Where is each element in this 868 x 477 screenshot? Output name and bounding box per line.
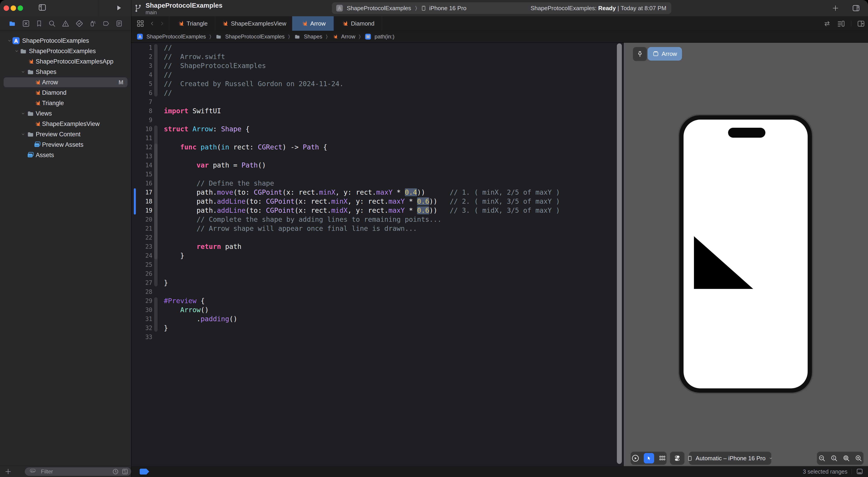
- variants-grid-icon[interactable]: [659, 455, 666, 461]
- toggle-inspector-icon[interactable]: [852, 4, 860, 12]
- tree-item-views[interactable]: Views: [0, 108, 131, 119]
- display-icon[interactable]: [856, 468, 864, 475]
- svg-text:M: M: [366, 34, 370, 39]
- svg-text:1: 1: [833, 456, 835, 459]
- swift-icon: [33, 89, 41, 96]
- diamond-check-navigator-icon[interactable]: [75, 20, 83, 27]
- zoom-in-icon[interactable]: [855, 455, 862, 461]
- tree-item-label: Preview Content: [36, 131, 81, 138]
- filter-field[interactable]: Filter: [25, 468, 131, 476]
- tree-item-preview-assets[interactable]: Preview Assets: [0, 140, 131, 150]
- zoom-100-icon[interactable]: 1: [831, 455, 837, 461]
- scheme-name[interactable]: ShapeProtocolExamples: [347, 5, 411, 12]
- folder-navigator-icon[interactable]: [8, 20, 16, 27]
- spray-navigator-icon[interactable]: [89, 20, 96, 27]
- pin-preview-button[interactable]: [633, 47, 647, 61]
- add-file-icon[interactable]: [4, 468, 12, 475]
- zoom-fit-icon[interactable]: [843, 455, 850, 461]
- tree-item-arrow[interactable]: ArrowM: [0, 77, 131, 88]
- app-icon: A: [336, 4, 343, 12]
- tree-item-label: Shapes: [36, 68, 57, 76]
- tab-label: Triangle: [187, 20, 208, 27]
- tab-label: Arrow: [310, 20, 326, 27]
- code-review-icon[interactable]: [823, 20, 831, 27]
- zoom-button[interactable]: [18, 5, 23, 11]
- jump-bar: AShapeProtocolExamples〉ShapeProtocolExam…: [131, 31, 868, 43]
- toggle-navigator-icon[interactable]: [38, 4, 46, 11]
- doc-list-navigator-icon[interactable]: [116, 20, 123, 27]
- tree-item-shapeprotocolexamples[interactable]: ShapeProtocolExamples: [0, 46, 131, 56]
- filter-placeholder: Filter: [41, 469, 53, 475]
- search-navigator-icon[interactable]: [49, 20, 56, 27]
- iphone-icon: [421, 4, 426, 12]
- editor-options: [823, 16, 865, 31]
- tree-selection: [4, 77, 127, 87]
- related-items-icon[interactable]: [136, 20, 144, 27]
- tree-item-preview-content[interactable]: Preview Content: [0, 129, 131, 140]
- minimize-button[interactable]: [11, 5, 16, 11]
- iphone-screen[interactable]: [684, 120, 808, 388]
- tab-shapeexamplesview[interactable]: ShapeExamplesView: [215, 16, 292, 31]
- swift-icon: [27, 58, 34, 65]
- zoom-out-icon[interactable]: [818, 455, 825, 461]
- breadcrumb-item[interactable]: Mpath(in:): [364, 33, 395, 40]
- folder-icon: [27, 110, 34, 117]
- minimap-icon[interactable]: [837, 20, 845, 27]
- activity-pill[interactable]: A ShapeProtocolExamples 〉 iPhone 16 Pro …: [332, 2, 671, 14]
- recent-files-icon[interactable]: [112, 469, 119, 475]
- run-destination[interactable]: iPhone 16 Pro: [429, 5, 467, 12]
- breakpoint-indicator[interactable]: [140, 469, 149, 475]
- svg-text:A: A: [338, 6, 341, 11]
- breadcrumb-item[interactable]: Arrow: [331, 33, 355, 40]
- editor-scrollbar[interactable]: [617, 43, 622, 464]
- dynamic-island: [728, 128, 765, 138]
- device-selector[interactable]: Automatic – iPhone 16 Pro: [689, 452, 771, 465]
- tree-item-assets[interactable]: Assets: [0, 150, 131, 160]
- tree-item-label: Assets: [36, 152, 54, 159]
- tree-item-shapeexamplesview[interactable]: ShapeExamplesView: [0, 119, 131, 129]
- build-status: ShapeProtocolExamples: Ready | Today at …: [530, 2, 666, 14]
- tree-item-label: Arrow: [42, 79, 58, 86]
- tree-item-label: Diamond: [42, 89, 66, 96]
- tag-navigator-icon[interactable]: [102, 20, 110, 27]
- back-icon[interactable]: [150, 20, 154, 27]
- scheme-separator: 〉: [415, 5, 417, 11]
- cursor-icon: [646, 455, 652, 461]
- chevron-down-icon[interactable]: [14, 50, 19, 53]
- chevron-down-icon[interactable]: [21, 112, 25, 115]
- tree-item-diamond[interactable]: Diamond: [0, 88, 131, 98]
- chevron-down-icon[interactable]: [21, 133, 25, 136]
- code-text[interactable]: // // Arrow.swift // ShapeProtocolExampl…: [164, 43, 560, 341]
- library-plus-icon[interactable]: [832, 4, 839, 12]
- breadcrumb-item[interactable]: ShapeProtocolExamples: [215, 33, 285, 40]
- add-editor-icon[interactable]: [857, 20, 865, 27]
- live-preview-icon[interactable]: [631, 454, 639, 462]
- tree-item-shapes[interactable]: Shapes: [0, 67, 131, 77]
- forward-icon[interactable]: [160, 20, 164, 27]
- breadcrumb-item[interactable]: AShapeProtocolExamples: [136, 33, 206, 40]
- tab-triangle[interactable]: Triangle: [169, 16, 215, 31]
- tree-item-triangle[interactable]: Triangle: [0, 98, 131, 108]
- breadcrumb-separator: 〉: [326, 34, 328, 39]
- tab-arrow[interactable]: Arrow: [292, 16, 334, 31]
- source-editor[interactable]: 1 2 3 4 5 6 7 8 9 10 11 12 13 14 15 16 1…: [131, 43, 616, 466]
- warning-navigator-icon[interactable]: [62, 20, 69, 27]
- tree-item-shapeprotocolexamplesapp[interactable]: ShapeProtocolExamplesApp: [0, 56, 131, 67]
- chevron-down-icon[interactable]: [7, 39, 12, 42]
- scm-filter-icon[interactable]: [122, 469, 128, 475]
- swift-file-icon: [221, 20, 228, 27]
- preview-tab[interactable]: Arrow: [648, 47, 682, 61]
- device-settings-icon[interactable]: [674, 455, 681, 462]
- run-button[interactable]: [116, 4, 122, 11]
- breadcrumb-item[interactable]: Shapes: [293, 33, 322, 40]
- chevron-down-icon[interactable]: [21, 70, 25, 73]
- app-icon: A: [12, 37, 20, 44]
- tab-diamond[interactable]: Diamond: [334, 16, 382, 31]
- bookmark-navigator-icon[interactable]: [36, 20, 42, 27]
- tree-item-shapeprotocolexamples[interactable]: AShapeProtocolExamples: [0, 35, 131, 46]
- editor-status-bar: 3 selected ranges: [131, 466, 868, 477]
- breadcrumb-label: Shapes: [304, 33, 322, 40]
- box-x-navigator-icon[interactable]: [22, 20, 30, 27]
- selectable-mode-button[interactable]: [644, 453, 654, 464]
- close-button[interactable]: [4, 5, 9, 11]
